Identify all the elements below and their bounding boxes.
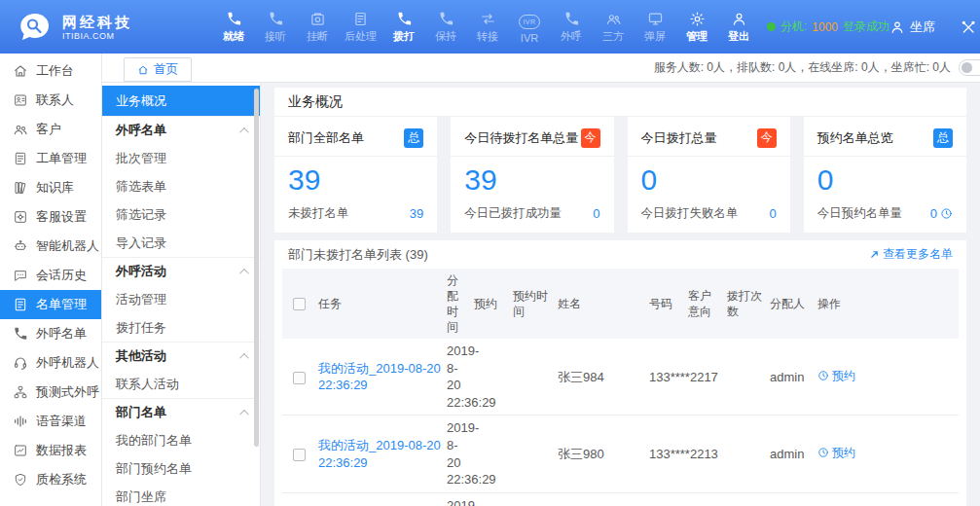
topbar-action-label: 后处理 [345, 29, 377, 44]
submenu-item[interactable]: 外呼名单 [102, 116, 260, 144]
sidebar-item[interactable]: 联系人 [0, 86, 101, 115]
task-link[interactable]: 我的活动_2019-08-20 22:36:29 [318, 361, 441, 393]
stat-card-value: 0 [641, 163, 777, 198]
topbar-action[interactable]: 三方 [599, 11, 628, 44]
topbar-action[interactable]: 登出 [724, 11, 753, 44]
submenu-item-label: 筛选记录 [116, 206, 166, 224]
topbar-action[interactable]: IVR IVR [515, 14, 544, 44]
brand: 网经科技 ITIBIA.COM [0, 8, 219, 47]
sidebar-item-icon [13, 209, 28, 225]
sidebar-item[interactable]: 语音渠道 [0, 407, 101, 436]
reserve-time-cell [510, 339, 555, 416]
sidebar-item[interactable]: 客户 [0, 115, 101, 144]
topbar-action[interactable]: 外呼 [557, 11, 586, 44]
submenu-item-label: 批次管理 [116, 150, 166, 167]
sidebar-item[interactable]: 预测式外呼 [0, 378, 101, 407]
tab-home-label: 首页 [154, 61, 178, 78]
submenu-item[interactable]: 部门名单 [102, 398, 260, 426]
topbar-right-item[interactable]: 系统 [961, 18, 980, 36]
topbar-action[interactable]: 管理 [682, 11, 711, 44]
sidebar-item[interactable]: 工作台 [0, 56, 101, 86]
submenu-item[interactable]: 外呼活动 [102, 257, 260, 285]
table-row: 我的活动_2019-08-20 22:36:29 2019-8-20 22:36… [282, 492, 959, 506]
submenu-scrollbar[interactable] [254, 89, 259, 447]
task-cell: 我的活动_2019-08-20 22:36:29 [315, 416, 444, 492]
task-link[interactable]: 我的活动_2019-08-20 22:36:29 [318, 438, 441, 470]
stat-card-title: 今日待拨打名单总量 [464, 129, 578, 147]
stat-card-badge: 今 [581, 128, 600, 148]
sidebar-item[interactable]: 知识库 [0, 173, 101, 202]
sidebar-item[interactable]: 名单管理 [0, 290, 101, 319]
topbar-action[interactable]: 转接 [473, 11, 502, 44]
sidebar-item[interactable]: 外呼名单 [0, 319, 101, 348]
topbar-action[interactable]: 拨打 [389, 11, 418, 44]
stat-card-sub-label: 今日已拨打成功量 [464, 205, 562, 222]
submenu-item-label: 筛选表单 [116, 178, 166, 196]
submenu-item[interactable]: 联系人活动 [102, 370, 260, 398]
submenu-item[interactable]: 部门预约名单 [102, 454, 260, 483]
submenu-item-label: 联系人活动 [116, 376, 179, 393]
reserve-time-cell [510, 416, 555, 492]
submenu-item[interactable]: 我的部门名单 [102, 426, 260, 454]
status-toggle[interactable] [959, 59, 980, 76]
row-checkbox[interactable] [293, 449, 306, 461]
sidebar-item-icon [13, 472, 28, 488]
reserve-action-link[interactable]: 预约 [817, 445, 855, 460]
topbar-action[interactable]: 后处理 [345, 11, 377, 44]
topbar-action-icon [563, 11, 580, 27]
login-success-text: 登录成功 [843, 18, 889, 35]
sidebar-item[interactable]: 客服设置 [0, 202, 101, 232]
sidebar-item[interactable]: 质检系统 [0, 465, 101, 494]
stat-card-badge: 今 [757, 128, 777, 148]
submenu-item[interactable]: 筛选记录 [102, 200, 260, 229]
status-dot-icon [767, 22, 776, 31]
sidebar-item-icon [13, 384, 28, 400]
divider [451, 156, 613, 157]
sidebar-item[interactable]: 工单管理 [0, 144, 101, 173]
submenu-item-label: 部门名单 [116, 404, 166, 421]
tab-home[interactable]: 首页 [124, 57, 192, 82]
topbar-action[interactable]: 就绪 [219, 11, 248, 44]
brand-name: 网经科技 [62, 14, 132, 31]
submenu-item[interactable]: 拨打任务 [102, 313, 260, 342]
submenu-item[interactable]: 活动管理 [102, 285, 260, 313]
stat-card-subrow: 未拨打名单 39 [288, 205, 423, 222]
sidebar-item-label: 外呼名单 [36, 325, 87, 343]
column-header: 姓名 [555, 269, 646, 340]
select-all-checkbox[interactable] [293, 298, 306, 310]
sidebar-item[interactable]: 会话历史 [0, 261, 101, 290]
submenu-item[interactable]: 其他活动 [102, 342, 260, 370]
submenu-item[interactable]: 批次管理 [102, 144, 260, 172]
submenu-item[interactable]: 业务概况 [102, 86, 260, 116]
overview-panel-header: 业务概况 [274, 88, 966, 117]
extension-number: 1000 [812, 20, 838, 34]
row-checkbox[interactable] [293, 372, 306, 384]
view-more-label: 查看更多名单 [883, 246, 953, 263]
stat-card-value: 0 [817, 163, 953, 198]
topbar-action[interactable]: 保持 [431, 11, 460, 44]
sidebar-item[interactable]: 智能机器人 [0, 232, 101, 261]
stat-card: 预约名单总览 总 0 今日预约名单量 0 [804, 117, 966, 233]
submenu-item[interactable]: 导入记录 [102, 229, 260, 257]
pending-list-panel: 部门未拨打名单列表 (39) 查看更多名单 [274, 240, 966, 506]
column-header: 任务 [315, 269, 444, 340]
topbar-action-label: 外呼 [561, 29, 582, 44]
reserve-action-link[interactable]: 预约 [817, 368, 855, 383]
sidebar-item-label: 客户 [36, 121, 61, 138]
sidebar-item[interactable]: 数据报表 [0, 436, 101, 465]
topbar-action[interactable]: 弹屏 [640, 11, 670, 44]
topbar-right-item[interactable]: 坐席 [889, 18, 935, 36]
right-column: 首页 服务人数: 0人，排队数: 0人，在线坐席: 0人，坐席忙: 0人 业务概… [102, 54, 980, 506]
submenu-item[interactable]: 筛选表单 [102, 172, 260, 200]
column-header: 预约 [471, 269, 510, 340]
topbar: 网经科技 ITIBIA.COM 就绪 接听 挂断 后处理 [0, 0, 980, 54]
column-header: 号码 [646, 269, 685, 340]
sidebar-item[interactable]: 外呼机器人 [0, 348, 101, 378]
sidebar-item-icon [13, 443, 28, 458]
submenu-item[interactable]: 部门坐席 [102, 483, 260, 506]
stat-card-top: 预约名单总览 总 [817, 126, 953, 150]
view-more-link[interactable]: 查看更多名单 [869, 246, 953, 263]
table-row: 我的活动_2019-08-20 22:36:29 2019-8-20 22:36… [282, 416, 959, 492]
topbar-action[interactable]: 接听 [261, 11, 290, 44]
topbar-action[interactable]: 挂断 [303, 11, 332, 44]
